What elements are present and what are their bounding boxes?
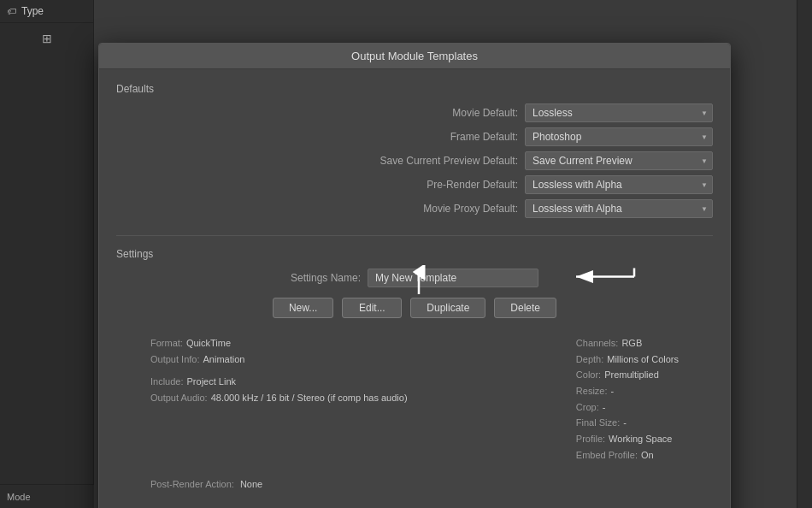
type-label: Type <box>21 5 44 17</box>
include-key: Include: <box>150 374 184 390</box>
info-right: Channels: RGB Depth: Millions of Colors … <box>576 335 679 464</box>
crop-key: Crop: <box>576 399 599 416</box>
defaults-section: Defaults Movie Default: Lossless Frame D… <box>116 83 713 218</box>
channels-row: Channels: RGB <box>576 335 679 351</box>
frame-default-select[interactable]: Photoshop <box>525 127 713 146</box>
depth-row: Depth: Millions of Colors <box>576 351 679 368</box>
save-preview-label: Save Current Preview Default: <box>380 155 518 167</box>
format-key: Format: <box>150 335 183 351</box>
mode-label: Mode <box>7 492 31 502</box>
channels-val: RGB <box>621 335 642 351</box>
arrow-up-container <box>406 265 432 298</box>
new-button[interactable]: New... <box>273 298 333 318</box>
profile-val: Working Space <box>609 431 672 447</box>
resize-row: Resize: - <box>576 383 679 399</box>
pre-render-label: Pre-Render Default: <box>427 179 518 191</box>
format-row: Format: QuickTime <box>150 335 408 351</box>
profile-key: Profile: <box>576 431 605 447</box>
settings-name-label: Settings Name: <box>291 272 361 284</box>
dialog-title: Output Module Templates <box>99 44 730 69</box>
movie-default-row: Movie Default: Lossless <box>116 103 713 122</box>
settings-label: Settings <box>116 248 713 260</box>
save-preview-select-wrapper: Save Current Preview <box>525 151 713 170</box>
output-info-row: Output Info: Animation <box>150 351 408 368</box>
include-val: Project Link <box>187 374 236 390</box>
embed-profile-row: Embed Profile: On <box>576 447 679 464</box>
settings-name-input[interactable] <box>368 269 538 287</box>
movie-proxy-select[interactable]: Lossless with Alpha <box>525 199 713 218</box>
movie-default-label: Movie Default: <box>452 107 518 119</box>
delete-button[interactable]: Delete <box>494 298 556 318</box>
embed-profile-val: On <box>641 447 654 464</box>
format-val: QuickTime <box>186 335 231 351</box>
pre-render-select[interactable]: Lossless with Alpha <box>525 175 713 194</box>
defaults-label: Defaults <box>116 83 713 95</box>
post-render-row: Post-Render Action: None <box>116 479 713 489</box>
final-size-val: - <box>623 415 627 431</box>
output-audio-val: 48.000 kHz / 16 bit / Stereo (if comp ha… <box>211 390 408 406</box>
post-render-label: Post-Render Action: <box>150 479 234 489</box>
final-size-row: Final Size: - <box>576 415 679 431</box>
settings-buttons-row: New... Edit... Duplicate Delete <box>116 298 713 318</box>
depth-val: Millions of Colors <box>607 351 679 368</box>
output-audio-key: Output Audio: <box>150 390 208 406</box>
channels-key: Channels: <box>576 335 619 351</box>
depth-key: Depth: <box>576 351 603 368</box>
output-module-dialog: Output Module Templates Defaults Movie D… <box>98 43 731 508</box>
color-key: Color: <box>576 367 601 383</box>
movie-default-select[interactable]: Lossless <box>525 103 713 122</box>
sidebar-left: 🏷 Type ⊞ Mode <box>0 0 94 508</box>
resize-val: - <box>611 383 615 399</box>
movie-proxy-row: Movie Proxy Default: Lossless with Alpha <box>116 199 713 218</box>
color-row: Color: Premultiplied <box>576 367 679 383</box>
save-preview-row: Save Current Preview Default: Save Curre… <box>116 151 713 170</box>
tag-icon: 🏷 <box>7 6 16 16</box>
color-val: Premultiplied <box>604 367 659 383</box>
embed-profile-key: Embed Profile: <box>576 447 638 464</box>
profile-row: Profile: Working Space <box>576 431 679 447</box>
settings-section: Settings Settings Name: <box>116 235 713 489</box>
resize-key: Resize: <box>576 383 608 399</box>
movie-default-select-wrapper: Lossless <box>525 103 713 122</box>
output-info-key: Output Info: <box>150 351 199 368</box>
info-section: Format: QuickTime Output Info: Animation… <box>116 332 713 467</box>
output-audio-row: Output Audio: 48.000 kHz / 16 bit / Ster… <box>150 390 408 406</box>
output-info-val: Animation <box>203 351 244 368</box>
crop-row: Crop: - <box>576 399 679 416</box>
save-preview-select[interactable]: Save Current Preview <box>525 151 713 170</box>
info-left: Format: QuickTime Output Info: Animation… <box>150 335 408 464</box>
movie-proxy-select-wrapper: Lossless with Alpha <box>525 199 713 218</box>
duplicate-button[interactable]: Duplicate <box>410 298 485 318</box>
final-size-key: Final Size: <box>576 415 620 431</box>
mode-bar: Mode <box>0 484 94 508</box>
include-row: Include: Project Link <box>150 374 408 390</box>
sidebar-right <box>797 0 812 508</box>
arrow-up-svg <box>406 265 432 296</box>
tree-icon: ⊞ <box>42 32 52 45</box>
dialog-body: Defaults Movie Default: Lossless Frame D… <box>99 69 730 508</box>
pre-render-row: Pre-Render Default: Lossless with Alpha <box>116 175 713 194</box>
pre-render-select-wrapper: Lossless with Alpha <box>525 175 713 194</box>
crop-val: - <box>603 399 606 416</box>
movie-proxy-label: Movie Proxy Default: <box>423 203 518 215</box>
edit-button[interactable]: Edit... <box>342 298 402 318</box>
arrow-right-indicator <box>568 267 636 290</box>
post-render-val: None <box>240 479 262 489</box>
frame-default-select-wrapper: Photoshop <box>525 127 713 146</box>
frame-default-label: Frame Default: <box>450 131 518 143</box>
arrow-svg <box>568 267 636 287</box>
sidebar-top: 🏷 Type <box>0 0 93 23</box>
frame-default-row: Frame Default: Photoshop <box>116 127 713 146</box>
